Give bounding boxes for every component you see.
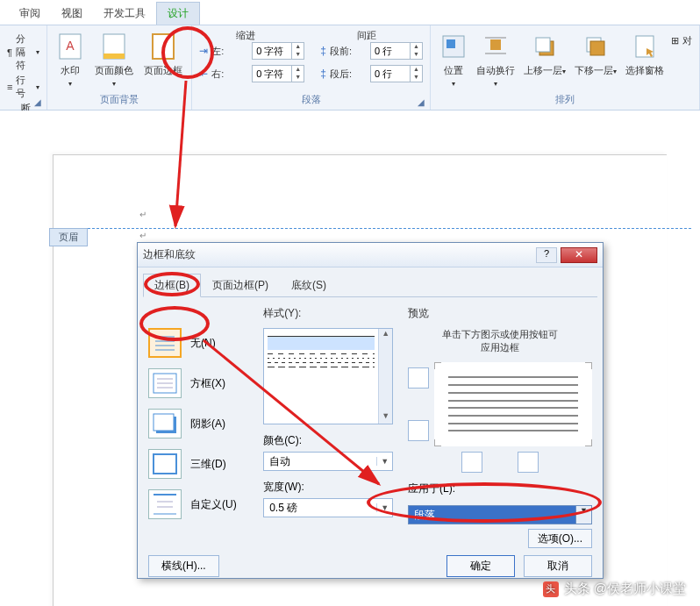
- breaks-icon: ¶: [7, 47, 12, 58]
- toutiao-logo-icon: 头: [543, 581, 559, 597]
- spacing-after-icon: ‡: [320, 68, 326, 80]
- tab-page-border[interactable]: 页面边框(P): [201, 274, 280, 297]
- page-border-icon: [149, 32, 177, 61]
- page-breaks-button[interactable]: ¶分隔符▾: [7, 32, 39, 72]
- bring-fwd-icon: [531, 32, 559, 61]
- dialog-launcher-icon[interactable]: ◢: [418, 97, 428, 108]
- spacing-header: 间距: [357, 29, 376, 42]
- cancel-button[interactable]: 取消: [524, 555, 592, 577]
- setting-3d[interactable]: 三维(D): [148, 449, 253, 479]
- svg-rect-4: [153, 34, 174, 59]
- indent-left-spinner[interactable]: ▲▼: [252, 42, 304, 60]
- indent-left-icon: ⇥: [199, 45, 208, 57]
- spacing-before-icon: ‡: [320, 45, 326, 57]
- watermark: 头头条 @侯老师小课堂: [543, 581, 686, 597]
- width-combo[interactable]: 0.5 磅▼: [263, 498, 393, 517]
- preview-bottom-border-button[interactable]: [408, 420, 429, 441]
- threeD-icon: [148, 449, 182, 479]
- wrap-icon: [482, 32, 510, 61]
- line-numbers-button[interactable]: ≡行号▾: [7, 74, 39, 100]
- paragraph-group: 缩进 ⇥ 左: ▲▼ ⇤ 右: ▲▼ 间距 ‡ 段前: ▲▼: [192, 25, 431, 110]
- custom-icon: [148, 489, 182, 519]
- none-icon: [148, 328, 182, 358]
- page-color-icon: [100, 32, 128, 61]
- indent-right-icon: ⇤: [199, 68, 208, 80]
- setting-custom[interactable]: 自定义(U): [148, 489, 253, 519]
- group-label: 排列: [438, 91, 692, 106]
- ribbon: ¶分隔符▾ ≡行号▾ bc断字▾ ◢ A 水印▾ 页面颜色▾ 页面边框 页面背景: [0, 25, 700, 111]
- spacing-before-spinner[interactable]: ▲▼: [370, 42, 423, 60]
- wrap-text-button[interactable]: 自动换行▾: [475, 29, 517, 91]
- watermark-button[interactable]: A 水印▾: [54, 29, 86, 91]
- horizontal-line-button[interactable]: 横线(H)...: [148, 555, 219, 577]
- header-tag: 页眉: [49, 228, 88, 246]
- options-button[interactable]: 选项(O)...: [528, 529, 592, 548]
- preview-top-border-button[interactable]: [408, 367, 429, 389]
- preview-right-border-button[interactable]: [518, 452, 539, 473]
- setting-none[interactable]: 无(N): [148, 328, 253, 358]
- close-button[interactable]: ✕: [561, 247, 597, 263]
- send-backward-button[interactable]: 下移一层▾: [573, 29, 618, 91]
- preview-hint: 单击下方图示或使用按钮可应用边框: [408, 328, 592, 355]
- para-mark: ↵: [139, 231, 146, 240]
- ok-button[interactable]: 确定: [446, 555, 515, 577]
- svg-rect-25: [154, 454, 176, 474]
- dialog-tabs: 边框(B) 页面边框(P) 底纹(S): [143, 273, 597, 297]
- align-icon: ⊞: [671, 35, 679, 46]
- preview-label: 预览: [408, 306, 592, 321]
- tab-review[interactable]: 审阅: [9, 3, 51, 25]
- dialog-title: 边框和底纹: [143, 247, 536, 262]
- color-label: 颜色(C):: [263, 433, 397, 448]
- position-button[interactable]: 位置▾: [438, 29, 469, 91]
- help-button[interactable]: ?: [536, 247, 557, 263]
- color-combo[interactable]: 自动▼: [263, 452, 393, 471]
- group-label: 页面背景: [54, 91, 184, 106]
- align-button[interactable]: ⊞对: [671, 34, 692, 47]
- tab-design[interactable]: 设计: [156, 2, 200, 25]
- ribbon-tabs: 审阅 视图 开发工具 设计: [0, 0, 700, 25]
- svg-rect-13: [590, 41, 604, 55]
- para-mark: ↵: [139, 210, 146, 219]
- selection-pane-button[interactable]: 选择窗格: [624, 29, 666, 91]
- setting-box[interactable]: 方框(X): [148, 368, 253, 398]
- setting-shadow[interactable]: 阴影(A): [148, 409, 253, 438]
- tab-devtools[interactable]: 开发工具: [93, 3, 156, 25]
- style-listbox[interactable]: ▲▼: [263, 328, 393, 424]
- tab-border[interactable]: 边框(B): [143, 274, 201, 297]
- svg-text:A: A: [67, 39, 75, 53]
- spacing-after-spinner[interactable]: ▲▼: [370, 65, 423, 82]
- svg-rect-24: [154, 414, 174, 431]
- send-back-icon: [582, 32, 610, 61]
- svg-rect-7: [490, 39, 501, 50]
- indent-left-label: 左:: [211, 45, 248, 58]
- scrollbar[interactable]: ▲▼: [378, 329, 392, 424]
- watermark-icon: A: [56, 32, 84, 61]
- dialog-titlebar[interactable]: 边框和底纹 ? ✕: [138, 243, 603, 267]
- indent-right-spinner[interactable]: ▲▼: [252, 65, 304, 82]
- bring-forward-button[interactable]: 上移一层▾: [522, 29, 568, 91]
- preview-left-border-button[interactable]: [461, 452, 482, 473]
- dialog-launcher-icon[interactable]: ◢: [34, 97, 45, 108]
- style-label: 样式(Y):: [263, 306, 397, 321]
- tab-view[interactable]: 视图: [51, 3, 93, 25]
- group-label: 段落: [199, 91, 423, 106]
- borders-shading-dialog: 边框和底纹 ? ✕ 边框(B) 页面边框(P) 底纹(S) 设置: 无(N) 方…: [137, 242, 604, 579]
- spacing-before-label: 段前:: [330, 45, 367, 58]
- linenum-icon: ≡: [7, 82, 12, 92]
- arrange-group: 位置▾ 自动换行▾ 上移一层▾ 下移一层▾ 选择窗格 ⊞对 排列: [431, 25, 700, 110]
- page-background-group: A 水印▾ 页面颜色▾ 页面边框 页面背景: [47, 25, 192, 110]
- selection-pane-icon: [631, 32, 659, 61]
- page-border-button[interactable]: 页面边框: [142, 29, 184, 91]
- tab-shading[interactable]: 底纹(S): [280, 274, 338, 297]
- spacing-after-label: 段后:: [330, 68, 367, 81]
- apply-to-label: 应用于(L):: [408, 481, 592, 496]
- indent-header: 缩进: [236, 29, 255, 42]
- width-label: 宽度(W):: [263, 480, 397, 495]
- shadow-icon: [148, 409, 182, 438]
- indent-right-label: 右:: [211, 68, 248, 81]
- apply-to-combo[interactable]: 段落▼: [408, 505, 592, 524]
- header-boundary: [53, 228, 691, 229]
- page-color-button[interactable]: 页面颜色▾: [93, 29, 135, 91]
- svg-rect-11: [536, 38, 550, 52]
- svg-rect-6: [446, 39, 455, 48]
